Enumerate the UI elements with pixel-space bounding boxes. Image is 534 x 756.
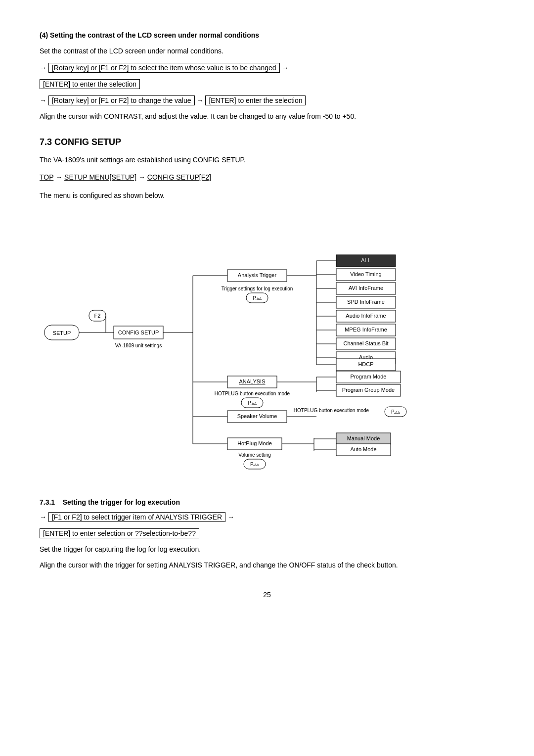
arrow-line-2: [ENTER] to enter the selection bbox=[40, 78, 494, 91]
svg-text:F2: F2 bbox=[94, 313, 101, 319]
svg-text:P.▵▵: P.▵▵ bbox=[391, 409, 400, 415]
section731-arrow1-bracket: [F1 or F2] to select trigger item of ANA… bbox=[48, 512, 225, 522]
svg-text:Channel Status Bit: Channel Status Bit bbox=[343, 340, 388, 346]
section731-para2: Align the cursor with the trigger for se… bbox=[40, 560, 494, 570]
nav-arrow1: → bbox=[55, 173, 64, 181]
svg-text:Video Timing: Video Timing bbox=[350, 271, 381, 277]
arrow2-bracket: [ENTER] to enter the selection bbox=[40, 79, 140, 89]
section73-para1: The VA-1809's unit settings are establis… bbox=[40, 154, 494, 165]
svg-text:VA-1809 unit settings: VA-1809 unit settings bbox=[115, 343, 162, 348]
section73-number: 7.3 bbox=[40, 137, 52, 147]
nav-top: TOP bbox=[40, 173, 53, 181]
svg-text:Volume setting: Volume setting bbox=[238, 452, 271, 458]
nav-config: CONFIG SETUP[F2] bbox=[147, 173, 211, 181]
section4-para1: Set the contrast of the LCD screen under… bbox=[40, 46, 494, 56]
section731-para1: Set the trigger for capturing the log fo… bbox=[40, 544, 494, 555]
config-setup-diagram: SETUP F2 CONFIG SETUP VA-1809 unit setti… bbox=[40, 211, 504, 488]
svg-text:AVI InfoFrame: AVI InfoFrame bbox=[349, 285, 383, 291]
page-number: 25 bbox=[40, 591, 494, 599]
svg-text:P.▵▵: P.▵▵ bbox=[250, 462, 259, 467]
svg-text:ALL: ALL bbox=[361, 257, 371, 263]
nav-arrow2: → bbox=[138, 173, 147, 181]
svg-text:SPD InfoFrame: SPD InfoFrame bbox=[347, 299, 385, 305]
arrow3-bracket2: [ENTER] to enter the selection bbox=[205, 95, 306, 105]
svg-text:Program Group Mode: Program Group Mode bbox=[342, 387, 395, 393]
svg-text:HOTPLUG button execution mode: HOTPLUG button execution mode bbox=[215, 391, 290, 396]
section4-para2: Align the cursor with CONTRAST, and adju… bbox=[40, 111, 494, 122]
svg-text:HotPlug Mode: HotPlug Mode bbox=[237, 440, 272, 446]
section4-heading: (4) Setting the contrast of the LCD scre… bbox=[40, 30, 494, 41]
nav-setup: SETUP MENU[SETUP] bbox=[64, 173, 136, 181]
svg-text:Speaker Volume: Speaker Volume bbox=[237, 413, 277, 419]
section731-arrow2-bracket: [ENTER] to enter selection or ??selectio… bbox=[40, 528, 199, 538]
section731-arrow1: → [F1 or F2] to select trigger item of A… bbox=[40, 511, 494, 523]
section731-arrow1-prefix: → bbox=[40, 513, 46, 521]
svg-text:SETUP: SETUP bbox=[53, 330, 71, 336]
svg-text:HDCP: HDCP bbox=[358, 361, 373, 367]
svg-text:P.▵▵: P.▵▵ bbox=[253, 295, 262, 301]
arrow3-arrow: → bbox=[196, 96, 205, 104]
section73-para2: The menu is configured as shown below. bbox=[40, 190, 494, 201]
arrow1-prefix: → bbox=[40, 64, 46, 72]
svg-text:ANALYSIS: ANALYSIS bbox=[239, 378, 266, 384]
svg-text:CONFIG SETUP: CONFIG SETUP bbox=[118, 330, 159, 335]
section73-title-text: CONFIG SETUP bbox=[54, 137, 121, 147]
arrow-line-3: → [Rotary key] or [F1 or F2] to change t… bbox=[40, 94, 494, 107]
svg-text:Program Mode: Program Mode bbox=[351, 374, 387, 379]
svg-text:Auto Mode: Auto Mode bbox=[350, 446, 376, 452]
svg-text:Audio InfoFrame: Audio InfoFrame bbox=[346, 313, 386, 319]
nav-path: TOP → SETUP MENU[SETUP] → CONFIG SETUP[F… bbox=[40, 170, 494, 184]
section731-arrow1-suffix: → bbox=[227, 513, 234, 521]
arrow1-suffix: → bbox=[281, 64, 288, 72]
svg-text:MPEG InfoFrame: MPEG InfoFrame bbox=[345, 327, 387, 332]
section731-title: Setting the trigger for log execution bbox=[63, 498, 180, 506]
svg-text:Analysis Trigger: Analysis Trigger bbox=[238, 272, 277, 278]
svg-text:HOTPLUG button execution mode: HOTPLUG button execution mode bbox=[294, 408, 369, 413]
arrow-line-1: → [Rotary key] or [F1 or F2] to select t… bbox=[40, 62, 494, 74]
svg-text:Manual Mode: Manual Mode bbox=[347, 435, 380, 441]
svg-text:Trigger settings for log execu: Trigger settings for log execution bbox=[222, 286, 293, 291]
arrow3-prefix: → bbox=[40, 96, 46, 104]
arrow3-bracket1: [Rotary key] or [F1 or F2] to change the… bbox=[48, 95, 195, 105]
section731-number: 7.3.1 bbox=[40, 498, 55, 506]
section73-title: 7.3 CONFIG SETUP bbox=[40, 137, 494, 147]
section731-arrow2: [ENTER] to enter selection or ??selectio… bbox=[40, 527, 494, 540]
svg-text:P.▵▵: P.▵▵ bbox=[248, 400, 257, 406]
arrow1-bracket: [Rotary key] or [F1 or F2] to select the… bbox=[48, 63, 280, 73]
section731-heading: 7.3.1 Setting the trigger for log execut… bbox=[40, 498, 494, 506]
